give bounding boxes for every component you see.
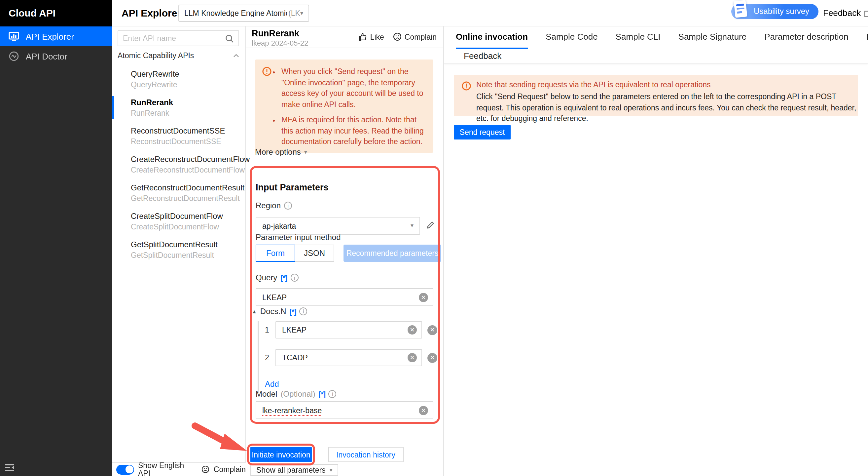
- api-item-getreconstructdocumentresult[interactable]: GetReconstructDocumentResult GetReconstr…: [112, 179, 246, 207]
- product-selector-suffix: (LK: [288, 9, 300, 17]
- query-value: LKEAP: [262, 293, 287, 301]
- model-label: Model: [256, 389, 277, 399]
- api-group-header[interactable]: Atomic Capability APIs: [118, 52, 239, 59]
- docs-input-2[interactable]: TCADP ✕: [275, 349, 422, 366]
- model-input[interactable]: lke-reranker-base ✕: [256, 401, 433, 419]
- info-icon[interactable]: i: [284, 202, 292, 210]
- docs-array-group: 1 LKEAP ✕ ✕ 2 TCADP ✕ ✕ Add: [258, 321, 441, 393]
- remove-row-icon[interactable]: ✕: [427, 325, 437, 335]
- footer-complain-link[interactable]: Complain: [214, 466, 246, 473]
- brand-logo: Cloud API: [0, 0, 112, 26]
- info-icon[interactable]: i: [291, 274, 299, 281]
- search-input[interactable]: [123, 34, 225, 42]
- more-options-link[interactable]: More options ▾: [255, 147, 307, 157]
- remove-row-icon[interactable]: ✕: [427, 353, 437, 363]
- feedback-label: Feedback: [823, 0, 861, 26]
- search-icon[interactable]: [225, 34, 234, 42]
- query-input[interactable]: LKEAP ✕: [256, 288, 433, 306]
- docs-row-index: 1: [265, 326, 270, 334]
- feedback-link[interactable]: Feedback: [823, 0, 868, 26]
- show-english-api-label: Show English API: [138, 462, 198, 476]
- page-title: API Explorer: [122, 0, 181, 26]
- add-docs-row-link[interactable]: Add: [265, 380, 279, 389]
- clear-icon[interactable]: ✕: [419, 293, 428, 302]
- tab-sample-code[interactable]: Sample Code: [546, 32, 598, 49]
- tab-sample-cli[interactable]: Sample CLI: [616, 32, 660, 49]
- docs-value-2: TCADP: [282, 354, 308, 362]
- docs-row-index: 2: [265, 354, 270, 362]
- product-selector[interactable]: LLM Knowledge Engine Atomic Power (LK ▾: [178, 5, 309, 22]
- info-icon[interactable]: i: [329, 390, 337, 398]
- external-link-icon: [864, 9, 868, 17]
- api-item-createreconstructdocumentflow[interactable]: CreateReconstructDocumentFlow CreateReco…: [112, 150, 246, 179]
- required-badge: [*]: [290, 307, 296, 315]
- api-item-queryrewrite[interactable]: QueryRewrite QueryRewrite: [112, 65, 246, 93]
- tab-online-invocation[interactable]: Online invocation: [456, 32, 528, 49]
- warning-bullet: When you click "Send request" on the "On…: [281, 66, 427, 110]
- edit-pencil-icon[interactable]: [426, 221, 435, 230]
- region-value: ap-jakarta: [262, 222, 296, 230]
- chevron-down-icon: ▾: [410, 223, 413, 229]
- api-detail-panel: RunRerank lkeap 2024-05-22 Like Complain…: [246, 26, 444, 476]
- clear-icon[interactable]: ✕: [408, 353, 417, 362]
- chevron-down-icon: ▾: [300, 10, 303, 16]
- input-method-label: Parameter input method: [256, 233, 341, 242]
- docs-label: Docs.N: [260, 307, 286, 316]
- tab-sample-signature[interactable]: Sample Signature: [678, 32, 747, 49]
- collapse-triangle-icon[interactable]: ▲: [252, 308, 257, 315]
- warning-icon: [462, 81, 471, 91]
- sidebar-item-api-explorer[interactable]: API Explorer: [0, 26, 112, 46]
- api-item-getsplitdocumentresult[interactable]: GetSplitDocumentResult GetSplitDocumentR…: [112, 235, 246, 264]
- clear-icon[interactable]: ✕: [408, 325, 417, 334]
- warning-bullet: MFA is required for this action. Note th…: [281, 114, 427, 147]
- region-label: Region: [256, 201, 281, 210]
- docs-input-1[interactable]: LKEAP ✕: [275, 321, 422, 338]
- json-tab[interactable]: JSON: [294, 245, 334, 262]
- invocation-history-button[interactable]: Invocation history: [328, 447, 403, 462]
- api-subtitle: lkeap 2024-05-22: [252, 39, 308, 47]
- api-group-title: Atomic Capability APIs: [118, 52, 194, 59]
- sidebar-item-api-doctor[interactable]: API Doctor: [0, 46, 112, 66]
- tab-parameter-description[interactable]: Parameter description: [764, 32, 848, 49]
- region-select[interactable]: ap-jakarta ▾: [256, 217, 420, 235]
- docs-value-1: LKEAP: [282, 326, 307, 334]
- real-operations-note: Note that sending requests via the API i…: [454, 75, 858, 116]
- api-item-runrerank[interactable]: RunRerank RunRerank: [112, 93, 246, 122]
- form-tab[interactable]: Form: [256, 245, 295, 262]
- tab-feedback[interactable]: Feedback: [464, 51, 501, 61]
- survey-doc-icon: [734, 0, 747, 18]
- initiate-invocation-button[interactable]: Initiate invocation: [250, 447, 312, 462]
- input-parameters-title: Input Parameters: [256, 182, 329, 192]
- chevron-up-icon: [233, 54, 239, 58]
- pulse-circle-icon: [8, 51, 19, 61]
- clear-icon[interactable]: ✕: [419, 406, 428, 415]
- product-selector-value: LLM Knowledge Engine Atomic Power: [184, 9, 286, 17]
- required-badge: [*]: [280, 274, 287, 281]
- tab-data-simulation[interactable]: Data simulation: [866, 32, 868, 49]
- api-item-reconstructdocumentsse[interactable]: ReconstructDocumentSSE ReconstructDocume…: [112, 122, 246, 150]
- api-list-panel: Atomic Capability APIs QueryRewrite Quer…: [112, 26, 246, 462]
- frown-icon[interactable]: [393, 32, 402, 41]
- list-footer-bar: Show English API Complain: [112, 462, 246, 476]
- api-search-box[interactable]: [118, 30, 239, 46]
- api-item-createsplitdocumentflow[interactable]: CreateSplitDocumentFlow CreateSplitDocum…: [112, 207, 246, 235]
- optional-hint: (Optional): [280, 389, 315, 399]
- thumbs-up-icon[interactable]: [359, 32, 368, 41]
- collapse-sidebar-icon[interactable]: [5, 464, 14, 471]
- show-english-api-toggle[interactable]: [116, 465, 134, 474]
- info-icon[interactable]: i: [300, 307, 308, 315]
- monitor-chart-icon: [8, 32, 19, 41]
- docs-row-1: 1 LKEAP ✕ ✕: [265, 321, 441, 338]
- like-button[interactable]: Like: [370, 33, 384, 41]
- sidebar-item-label: API Doctor: [26, 51, 67, 61]
- complain-button[interactable]: Complain: [405, 33, 437, 41]
- model-value: lke-reranker-base: [262, 406, 322, 414]
- recommended-parameters-button[interactable]: Recommended parameters: [343, 245, 441, 262]
- frown-icon: [202, 466, 210, 473]
- send-request-button[interactable]: Send request: [454, 125, 510, 140]
- main-sidebar: API Explorer API Doctor: [0, 26, 112, 476]
- invocation-tabs-header: Online invocation Sample Code Sample CLI…: [444, 26, 868, 63]
- query-label: Query: [256, 273, 277, 282]
- api-title: RunRerank: [252, 28, 299, 38]
- show-all-parameters-dropdown[interactable]: Show all parameters ▾: [250, 464, 339, 476]
